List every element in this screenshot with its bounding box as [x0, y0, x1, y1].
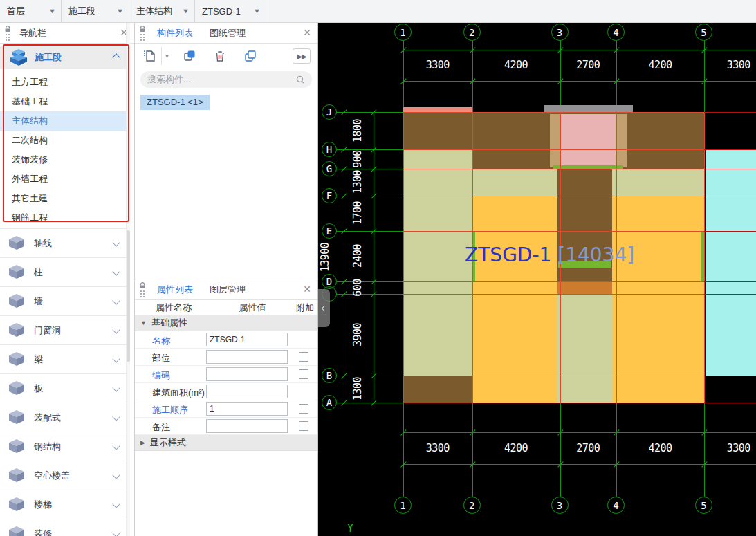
section-label: 基础属性: [151, 317, 187, 329]
chevron-down-icon: ▼: [48, 8, 57, 15]
close-icon[interactable]: ✕: [303, 284, 311, 294]
property-value-input[interactable]: [206, 367, 288, 381]
property-value-input[interactable]: [206, 419, 288, 433]
axis-overlay-vertical: [403, 112, 404, 403]
axis-overlay-horizontal-right: [704, 112, 756, 113]
panel-drag-handle[interactable]: [1, 26, 14, 41]
property-label[interactable]: 名称: [152, 335, 170, 347]
column-attach: 附加: [293, 302, 317, 314]
axis-overlay-horizontal: [403, 403, 704, 403]
panel-drag-handle[interactable]: [136, 282, 149, 297]
property-value-input[interactable]: [206, 333, 288, 346]
plan-block-olive: [403, 196, 472, 281]
nav-item-0[interactable]: 土方工程: [0, 73, 130, 92]
grid-bubble-A: A: [322, 395, 337, 410]
sidebar-item-10[interactable]: 楼梯: [0, 490, 130, 519]
collapse-panel-handle[interactable]: [318, 289, 330, 327]
component-label-id: [14034]: [557, 243, 634, 266]
sidebar-item-label: 板: [34, 382, 43, 395]
nav-item-3[interactable]: 二次结构: [0, 131, 130, 150]
dimension-text: 600: [351, 267, 364, 308]
sidebar-item-label: 空心楼盖: [34, 470, 70, 482]
plan-block-orange: [612, 196, 704, 281]
nav-item-6[interactable]: 其它土建: [0, 189, 130, 208]
component-list-item[interactable]: ZTSGD-1 <1>: [140, 95, 210, 110]
nav-item-7[interactable]: 钢筋工程: [0, 208, 130, 228]
attach-checkbox[interactable]: [299, 369, 308, 379]
attach-checkbox[interactable]: [299, 421, 308, 431]
plan-block-orange: [612, 281, 704, 294]
axis-overlay-horizontal-right: [704, 294, 756, 295]
tab-drawing-management[interactable]: 图纸管理: [201, 23, 254, 43]
plan-block-orange: [472, 294, 557, 376]
dimension-text: 1300: [351, 368, 364, 409]
chevron-down-icon: ▼: [165, 53, 170, 59]
attach-checkbox[interactable]: [299, 404, 308, 414]
column-icon: [8, 264, 27, 281]
property-label[interactable]: 编码: [152, 369, 170, 382]
hollow-floor-icon: [8, 467, 27, 485]
floor-dropdown-value: 首层: [7, 5, 41, 17]
new-component-dropdown[interactable]: ▼: [161, 47, 172, 65]
sidebar-item-3[interactable]: 墙: [0, 286, 130, 315]
property-label: 备注: [152, 421, 170, 434]
cad-viewport[interactable]: 1122334455JHGFEDBA3300330042004200270027…: [318, 23, 756, 536]
section-basic-properties[interactable]: ▼ 基础属性: [135, 315, 317, 331]
nav-item-5[interactable]: 外墙工程: [0, 169, 130, 189]
sidebar-scrollbar: [126, 23, 130, 536]
section-label: 显示样式: [150, 436, 186, 449]
sidebar-item-8[interactable]: 钢结构: [0, 432, 130, 461]
structure-dropdown[interactable]: 主体结构 ▼: [129, 0, 195, 22]
component-dropdown[interactable]: ZTSGD-1 ▼: [195, 0, 266, 22]
dimension-text: 2700: [567, 59, 609, 71]
tab-layer-management[interactable]: 图层管理: [201, 279, 254, 299]
grip-dots-icon: [140, 290, 145, 297]
new-component-button[interactable]: [140, 47, 158, 65]
axis-overlay-horizontal-right: [704, 196, 756, 196]
property-label[interactable]: 施工顺序: [152, 404, 188, 416]
dimension-text: 4200: [639, 59, 681, 71]
property-value-input[interactable]: [206, 402, 288, 416]
copy-component-button[interactable]: [181, 47, 199, 65]
property-table-header: 属性名称 属性值 附加: [135, 300, 317, 315]
attach-checkbox[interactable]: [299, 352, 308, 362]
grid-bubble-1: 1: [394, 497, 412, 514]
tab-component-list[interactable]: 构件列表: [149, 23, 201, 43]
delete-component-button[interactable]: [211, 47, 229, 65]
chevron-down-icon: [112, 471, 120, 479]
property-row-5: 备注: [135, 418, 317, 435]
tab-property-list[interactable]: 属性列表: [149, 279, 201, 299]
grid-bubble-G: G: [322, 161, 337, 176]
section-display-style[interactable]: ▶ 显示样式: [135, 435, 317, 451]
property-value-input[interactable]: [206, 350, 288, 364]
column-property-value: 属性值: [212, 302, 293, 314]
sidebar-scrollbar-thumb[interactable]: [127, 230, 130, 362]
axis-overlay-vertical: [704, 112, 705, 403]
sidebar-item-6[interactable]: 板: [0, 373, 130, 403]
layers-icon: [243, 49, 257, 63]
panel-drag-handle[interactable]: [136, 26, 149, 41]
sidebar-item-11[interactable]: 装修: [0, 519, 130, 536]
more-tools-button[interactable]: ▶▶: [293, 48, 311, 64]
sidebar-item-7[interactable]: 装配式: [0, 403, 130, 432]
nav-item-1[interactable]: 基础工程: [0, 92, 130, 111]
segment-dropdown[interactable]: 施工段 ▼: [62, 0, 129, 22]
sidebar-item-2[interactable]: 柱: [0, 257, 130, 286]
copy-icon: [183, 49, 196, 63]
component-search-input[interactable]: 搜索构件...: [140, 71, 312, 88]
layer-copy-button[interactable]: [241, 47, 259, 65]
sidebar-item-9[interactable]: 空心楼盖: [0, 461, 130, 490]
property-value-input[interactable]: [206, 385, 288, 398]
nav-item-4[interactable]: 装饰装修: [0, 150, 130, 169]
sidebar-item-4[interactable]: 门窗洞: [0, 315, 130, 344]
sidebar-item-5[interactable]: 梁: [0, 344, 130, 373]
floor-dropdown[interactable]: 首层 ▼: [0, 0, 62, 22]
nav-group-construction-segment[interactable]: 施工段: [0, 46, 130, 69]
plan-block-olive: [403, 281, 472, 294]
nav-item-2[interactable]: 主体结构: [0, 111, 130, 131]
axis-overlay-horizontal: [403, 294, 704, 295]
lock-icon: [139, 26, 146, 33]
axis-grid-icon: [8, 234, 27, 252]
sidebar-item-1[interactable]: 轴线: [0, 228, 130, 257]
close-icon[interactable]: ✕: [303, 28, 311, 37]
